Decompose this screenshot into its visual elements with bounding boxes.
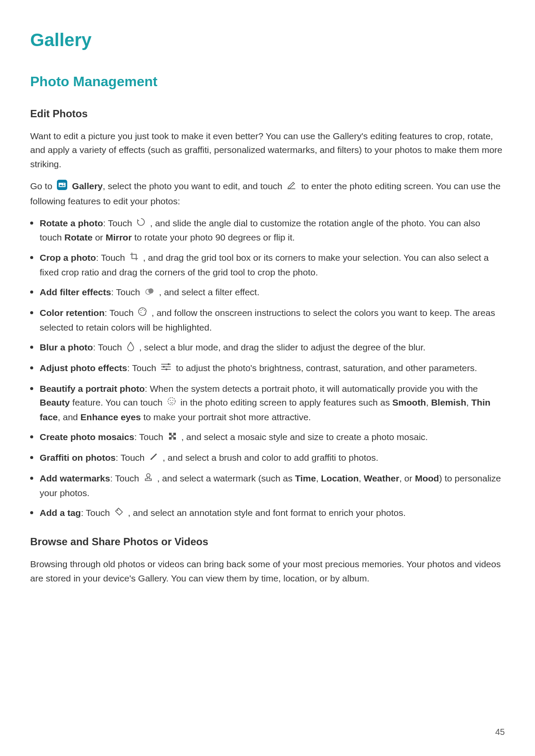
gallery-app-icon (56, 179, 68, 195)
text: : Touch (134, 432, 166, 442)
edit-photos-heading: Edit Photos (30, 106, 505, 122)
list-item-graffiti: Graffiti on photos: Touch , and select a… (30, 451, 505, 465)
list-item-filter: Add filter effects: Touch , and select a… (30, 285, 505, 300)
edit-pencil-icon (287, 180, 297, 194)
item-title: Blur a photo (40, 342, 93, 352)
browse-para: Browsing through old photos or videos ca… (30, 557, 505, 585)
page-title: Gallery (30, 26, 505, 54)
text: in the photo editing screen to apply fea… (181, 397, 392, 407)
svg-point-4 (148, 288, 153, 294)
text: : Touch (103, 218, 135, 228)
mood-word: Mood (415, 473, 439, 483)
item-title: Crop a photo (40, 253, 96, 262)
text: : Touch (105, 308, 136, 318)
text: : Touch (81, 508, 113, 518)
text: , or (399, 473, 415, 483)
item-title: Color retention (40, 308, 105, 318)
svg-point-8 (141, 312, 141, 313)
enhance-word: Enhance eyes (81, 412, 141, 422)
text: : Touch (116, 453, 147, 462)
item-title: Beautify a portrait photo (40, 384, 145, 394)
list-item-rotate: Rotate a photo: Touch , and slide the an… (30, 216, 505, 245)
text: Go to (30, 181, 55, 191)
svg-point-17 (172, 400, 173, 401)
svg-point-5 (141, 310, 141, 311)
item-title: Add filter effects (40, 287, 111, 297)
svg-point-2 (63, 183, 64, 184)
item-title: Graffiti on photos (40, 453, 116, 462)
beauty-word: Beauty (40, 397, 70, 407)
svg-point-7 (144, 310, 145, 311)
brush-icon (149, 451, 158, 465)
svg-point-15 (168, 398, 175, 405)
smooth-word: Smooth (392, 397, 426, 407)
text: , and (58, 412, 81, 422)
mirror-word: Mirror (106, 232, 132, 242)
item-title: Rotate a photo (40, 218, 103, 228)
section-title: Photo Management (30, 71, 505, 93)
text: : Touch (96, 253, 128, 262)
svg-rect-21 (169, 437, 172, 440)
text: , (466, 397, 472, 407)
text: feature. You can touch (70, 397, 165, 407)
edit-photos-intro2: Go to Gallery, select the photo you want… (30, 179, 505, 209)
text: to make your portrait shot more attracti… (141, 412, 311, 422)
text: , (316, 473, 321, 483)
text: , and select an annotation style and fon… (128, 508, 406, 518)
page-number: 45 (495, 725, 505, 739)
text: to adjust the photo's brightness, contra… (176, 363, 477, 373)
text: : Touch (127, 363, 159, 373)
edit-photos-intro: Want to edit a picture you just took to … (30, 129, 505, 172)
app-name: Gallery (72, 181, 103, 191)
text: or (93, 232, 106, 242)
svg-point-23 (147, 474, 150, 477)
list-item-blur: Blur a photo: Touch , select a blur mode… (30, 341, 505, 355)
blur-droplet-icon (126, 341, 135, 355)
text: , and select a filter effect. (159, 287, 260, 297)
svg-point-24 (117, 510, 119, 511)
location-word: Location (321, 473, 359, 483)
list-item-watermark: Add watermarks: Touch , and select a wat… (30, 472, 505, 500)
item-title: Add a tag (40, 508, 81, 518)
sliders-icon (160, 362, 172, 376)
mosaic-icon (168, 431, 177, 445)
item-title: Add watermarks (40, 473, 110, 483)
text: to rotate your photo 90 degrees or flip … (132, 232, 295, 242)
item-title: Adjust photo effects (40, 363, 127, 373)
text: , and select a mosaic style and size to … (181, 432, 428, 442)
rotate-word: Rotate (64, 232, 92, 242)
item-title: Create photo mosaics (40, 432, 134, 442)
crop-icon (129, 251, 139, 266)
list-item-color-retention: Color retention: Touch , and follow the … (30, 306, 505, 334)
text: , (426, 397, 431, 407)
text: : When the system detects a portrait pho… (145, 384, 478, 394)
text: : Touch (111, 287, 143, 297)
palette-icon (138, 306, 147, 321)
list-item-crop: Crop a photo: Touch , and drag the grid … (30, 251, 505, 279)
blemish-word: Blemish (431, 397, 466, 407)
text: , and select a watermark (such as (157, 473, 295, 483)
beauty-face-icon (167, 396, 176, 410)
text: : Touch (110, 473, 141, 483)
svg-point-14 (166, 369, 167, 370)
list-item-mosaic: Create photo mosaics: Touch , and select… (30, 430, 505, 445)
list-item-beautify: Beautify a portrait photo: When the syst… (30, 382, 505, 425)
text: , select the photo you want to edit, and… (103, 181, 285, 191)
list-item-adjust: Adjust photo effects: Touch to adjust th… (30, 361, 505, 376)
list-item-tag: Add a tag: Touch , and select an annotat… (30, 506, 505, 521)
rotate-icon (136, 217, 146, 231)
tag-icon (114, 506, 124, 521)
edit-feature-list: Rotate a photo: Touch , and slide the an… (30, 216, 505, 521)
svg-point-10 (168, 363, 169, 365)
svg-point-6 (142, 309, 143, 309)
text: , (359, 473, 364, 483)
weather-word: Weather (364, 473, 399, 483)
watermark-stamp-icon (144, 472, 153, 486)
filter-icon (144, 286, 155, 300)
svg-rect-1 (59, 183, 66, 187)
text: , select a blur mode, and drag the slide… (139, 342, 425, 352)
svg-point-12 (163, 366, 165, 368)
time-word: Time (295, 473, 316, 483)
text: : Touch (93, 342, 125, 352)
svg-rect-22 (173, 437, 176, 440)
